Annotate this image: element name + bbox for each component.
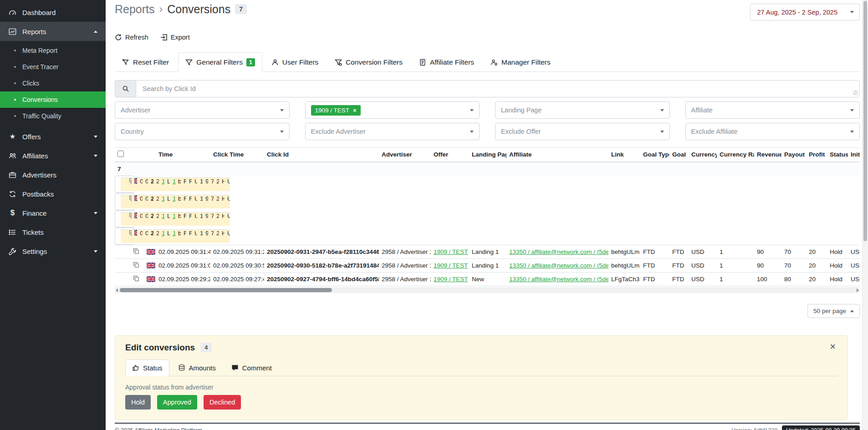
table-row[interactable]: 02.09.2025 09:35:4202.09.2025 09:35:2620… — [115, 176, 135, 193]
approved-button[interactable]: Approved — [157, 395, 197, 410]
offer-select[interactable]: 1909 / TEST × — [305, 101, 480, 119]
sidebar-item-finance[interactable]: $ Finance — [0, 203, 106, 223]
cell-initial_currency: USD — [225, 177, 230, 191]
close-icon[interactable]: × — [827, 341, 838, 352]
select-placeholder: Exclude Advertiser — [311, 128, 366, 135]
sidebar-item-affiliates[interactable]: Affiliates — [0, 146, 106, 165]
edit-panel-tabs: Status Amounts Comment — [125, 359, 837, 376]
export-button[interactable]: Export — [160, 34, 190, 41]
sidebar-item-meta-report[interactable]: Meta Report — [0, 42, 106, 59]
refresh-button[interactable]: Refresh — [115, 34, 148, 41]
exclude-affiliate-select[interactable]: Exclude Affiliate — [685, 123, 860, 140]
table-row[interactable]: 02.09.2025 09:34:2402.09.2025 09:34:1220… — [115, 193, 135, 210]
caret-down-icon — [280, 109, 284, 111]
coins-icon — [178, 364, 185, 371]
sidebar-item-label: Offers — [22, 133, 41, 141]
tab-affiliate-filters[interactable]: Affiliate Filters — [412, 52, 481, 72]
sidebar-item-traffic-quality[interactable]: Traffic Quality — [0, 108, 106, 124]
remove-tag-icon[interactable]: × — [353, 107, 357, 113]
date-range-picker[interactable]: 27 Aug, 2025 - 2 Sep, 2025 — [750, 4, 860, 20]
tab-comment[interactable]: Comment — [225, 359, 279, 376]
sidebar-item-reports[interactable]: Reports — [0, 22, 106, 41]
cell-click_id: 20250902-0935-2657-a04f-b1f63b37259a — [148, 177, 153, 191]
cell-goal_type: FTD — [640, 272, 669, 286]
offer-link[interactable]: 1909 / TEST — [434, 276, 468, 283]
column-header-click_time[interactable]: Click Time — [210, 148, 264, 162]
cell-landing_page: New — [469, 272, 506, 286]
copy-icon[interactable] — [133, 248, 139, 254]
column-header-click_id[interactable]: Click Id — [264, 148, 379, 162]
tab-amounts[interactable]: Amounts — [171, 359, 223, 376]
affiliate-link[interactable]: 13350 / affiliate@network.com / (5de873) — [509, 248, 608, 255]
copy-icon[interactable] — [133, 275, 139, 282]
column-header-profit[interactable]: Profit — [806, 148, 827, 162]
horizontal-scrollbar-thumb[interactable] — [120, 288, 332, 292]
breadcrumb-reports-link[interactable]: Reports — [115, 3, 155, 16]
table-row[interactable]: 02.09.2025 09:32:2302.09.2025 09:32:0520… — [115, 228, 135, 245]
table-row[interactable]: 02.09.2025 09:33:3002.09.2025 09:33:1120… — [115, 210, 135, 228]
scroll-left-arrow-icon[interactable] — [116, 288, 118, 292]
column-header-currency[interactable]: Currency — [689, 148, 717, 162]
sidebar-item-conversions[interactable]: Conversions — [0, 91, 106, 108]
column-header-affiliate[interactable]: Affiliate — [506, 148, 608, 162]
sidebar-item-tickets[interactable]: Tickets — [0, 223, 106, 242]
select-all-checkbox[interactable] — [117, 151, 124, 157]
tab-user-filters[interactable]: User Filters — [264, 52, 326, 72]
column-header-advertiser[interactable]: Advertiser — [379, 148, 431, 162]
column-header-initial_currency[interactable]: Initial Currency — [848, 148, 860, 162]
search-input[interactable] — [136, 80, 860, 97]
offer-link[interactable]: 1909 / TEST — [434, 248, 468, 255]
sidebar-item-dashboard[interactable]: Dashboard — [0, 3, 106, 22]
column-header-landing_page[interactable]: Landing Page — [469, 148, 506, 162]
landing-page-select[interactable]: Landing Page — [495, 101, 670, 119]
affiliate-link[interactable]: 13350 / affiliate@network.com / (5de873) — [509, 276, 608, 283]
table-row[interactable]: 02.09.2025 09:29:2802.09.2025 09:27:4720… — [115, 272, 860, 286]
cell-time: 02.09.2025 09:35:42 — [137, 177, 143, 191]
table-row[interactable]: 02.09.2025 09:31:0902.09.2025 09:30:5120… — [115, 258, 860, 272]
tab-status[interactable]: Status — [125, 359, 169, 376]
advertiser-select[interactable]: Advertiser — [115, 101, 290, 119]
exclude-advertiser-select[interactable]: Exclude Advertiser — [305, 123, 480, 140]
sidebar-item-event-tracer[interactable]: Event Tracer — [0, 59, 106, 75]
country-select[interactable]: Country — [115, 123, 290, 140]
table-row[interactable]: 02.09.2025 09:31:4502.09.2025 09:31:2920… — [115, 245, 860, 258]
vertical-scrollbar[interactable] — [862, 0, 868, 430]
scroll-right-arrow-icon[interactable] — [857, 288, 859, 292]
hold-button[interactable]: Hold — [125, 395, 151, 410]
column-header-goal[interactable]: Goal — [669, 148, 689, 162]
sidebar-item-advertisers[interactable]: Advertisers — [0, 165, 106, 184]
horizontal-scrollbar[interactable] — [115, 287, 860, 293]
column-header-goal_type[interactable]: Goal Type — [640, 148, 669, 162]
cell-landing_page: Landing 1 — [164, 229, 170, 243]
column-header-time[interactable]: Time — [156, 148, 210, 162]
copy-icon[interactable] — [133, 262, 139, 268]
tab-general-filters[interactable]: General Filters 1 — [178, 52, 262, 72]
funnel-icon — [185, 59, 193, 66]
exclude-offer-select[interactable]: Exclude Offer — [495, 123, 670, 140]
sidebar-item-label: Settings — [22, 248, 47, 255]
resize-grip-icon[interactable] — [853, 90, 858, 95]
per-page-select[interactable]: 50 per page — [807, 304, 860, 318]
column-header-offer[interactable]: Offer — [431, 148, 469, 162]
column-header-link[interactable]: Link — [608, 148, 640, 162]
column-header-currency_rate[interactable]: Currency Rate — [717, 148, 754, 162]
column-header-status[interactable]: Status — [827, 148, 848, 162]
tab-reset-filter[interactable]: Reset Filter — [115, 52, 176, 72]
search-button[interactable] — [115, 80, 136, 97]
sidebar-item-postbacks[interactable]: Postbacks — [0, 184, 106, 203]
bullet-icon — [14, 82, 16, 84]
affiliate-link[interactable]: 13350 / affiliate@network.com / (5de873) — [509, 262, 608, 269]
tab-manager-filters[interactable]: Manager Filters — [483, 52, 558, 72]
offer-link[interactable]: 1909 / TEST — [434, 262, 468, 269]
column-header-revenue[interactable]: Revenue — [754, 148, 781, 162]
vertical-scrollbar-thumb[interactable] — [863, 1, 867, 241]
column-header-payout[interactable]: Payout — [781, 148, 806, 162]
sidebar-item-clicks[interactable]: Clicks — [0, 75, 106, 91]
tab-conversion-filters[interactable]: Conversion Filters — [327, 52, 410, 72]
affiliate-select[interactable]: Affiliate — [685, 101, 860, 119]
sidebar-item-settings[interactable]: Settings — [0, 242, 106, 261]
caret-down-icon — [850, 109, 854, 111]
declined-button[interactable]: Declined — [204, 395, 241, 410]
cell-click_time: 02.09.2025 09:27:47 — [210, 272, 264, 286]
sidebar-item-offers[interactable]: ★ Offers — [0, 127, 106, 146]
